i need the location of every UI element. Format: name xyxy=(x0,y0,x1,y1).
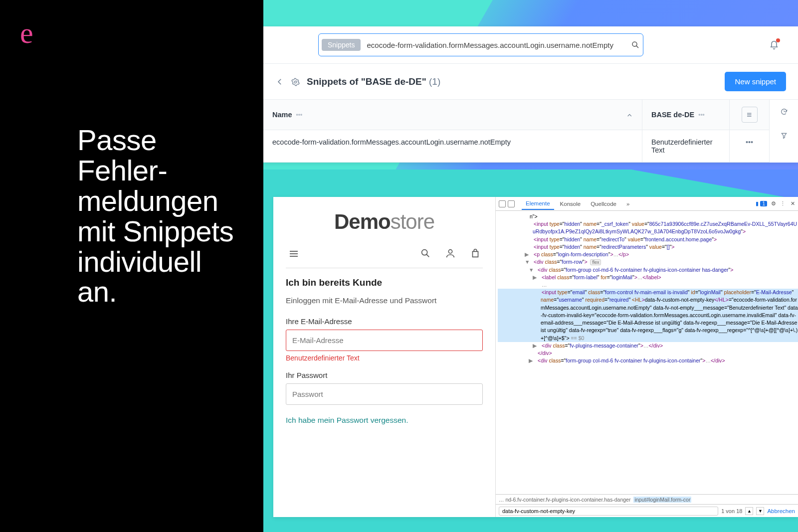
search-input[interactable] xyxy=(361,41,628,49)
devtools-tab-more[interactable]: » xyxy=(622,201,633,207)
devtools-tab-source[interactable]: Quellcode xyxy=(587,201,620,207)
svg-point-0 xyxy=(632,42,637,46)
store-logo: Demostore xyxy=(286,210,483,234)
devtools-search-count: 1 von 18 xyxy=(721,508,742,514)
email-field[interactable] xyxy=(286,330,483,351)
storefront-devtools-panel: Demostore Ich bin bereits Kunde Einlogge… xyxy=(273,197,798,517)
cart-icon[interactable] xyxy=(470,246,481,259)
logo: e xyxy=(20,16,243,50)
page-title: Snippets of "BASE de-DE" (1) xyxy=(307,76,440,87)
search-filter-tag[interactable]: Snippets xyxy=(322,39,361,51)
sort-asc-icon[interactable] xyxy=(626,111,633,119)
devtools-search-prev[interactable]: ▲ xyxy=(745,507,753,515)
devtools-panel: Elemente Konsole Quellcode » ▮ 1 ⚙ ⋮ ✕ n… xyxy=(495,197,798,517)
login-subheading: Einloggen mit E-Mail-Adresse und Passwor… xyxy=(286,296,483,305)
devtools-tab-elements[interactable]: Elemente xyxy=(522,200,554,210)
devtools-search-input[interactable] xyxy=(499,507,718,516)
column-header-base[interactable]: BASE de-DE ••• xyxy=(642,100,729,130)
user-icon[interactable] xyxy=(445,246,456,259)
cell-base: Benutzerdefinierter Text xyxy=(642,130,729,162)
gear-icon[interactable] xyxy=(291,77,300,87)
new-snippet-button[interactable]: New snippet xyxy=(725,72,786,91)
row-actions-icon[interactable]: ••• xyxy=(729,130,769,162)
page-title-text: Snippets of "BASE de-DE" xyxy=(307,76,429,87)
table-row[interactable]: ecocode-form-validation.formMessages.acc… xyxy=(263,130,769,163)
svg-point-2 xyxy=(294,81,296,83)
column-menu-icon[interactable]: ••• xyxy=(698,111,705,118)
list-settings-icon[interactable] xyxy=(742,107,758,123)
password-field[interactable] xyxy=(286,383,483,405)
devtools-close-icon[interactable]: ✕ xyxy=(791,200,795,207)
devtools-search-cancel[interactable]: Abbrechen xyxy=(767,508,795,514)
marketing-panel: e Passe Fehler-meldungen mit Snippets in… xyxy=(0,0,263,532)
cell-name: ecocode-form-validation.formMessages.acc… xyxy=(263,130,642,162)
filter-icon[interactable] xyxy=(780,131,788,140)
devtools-elements-tree[interactable]: n"><input type="hidden" name="_csrf_toke… xyxy=(496,211,798,494)
devtools-settings-icon[interactable]: ⚙ xyxy=(771,200,776,207)
refresh-icon[interactable] xyxy=(780,107,788,116)
storefront: Demostore Ich bin bereits Kunde Einlogge… xyxy=(273,197,495,517)
devtools-menu-icon[interactable]: ⋮ xyxy=(780,200,786,207)
column-menu-icon[interactable]: ••• xyxy=(296,111,303,118)
devtools-search-next[interactable]: ▼ xyxy=(756,507,764,515)
devtools-tab-console[interactable]: Konsole xyxy=(556,201,585,207)
page-title-count: (1) xyxy=(429,76,440,87)
svg-point-11 xyxy=(448,250,452,253)
forgot-password-link[interactable]: Ich habe mein Passwort vergessen. xyxy=(286,416,483,425)
device-icon[interactable] xyxy=(508,200,515,207)
search-icon[interactable] xyxy=(420,246,431,259)
search-bar[interactable]: Snippets xyxy=(318,33,643,56)
password-label: Ihr Passwort xyxy=(286,371,483,379)
bell-icon[interactable] xyxy=(769,39,779,51)
search-icon[interactable] xyxy=(628,40,643,49)
email-error-text: Benutzerdefinierter Text xyxy=(286,354,483,362)
devtools-issues-badge[interactable]: ▮ 1 xyxy=(756,200,767,207)
hamburger-icon[interactable] xyxy=(288,246,300,260)
column-header-name[interactable]: Name ••• xyxy=(263,100,642,130)
devtools-search-bar: 1 von 18 ▲ ▼ Abbrechen xyxy=(496,504,798,517)
inspect-icon[interactable] xyxy=(499,200,506,207)
devtools-breadcrumb[interactable]: … nd-6.fv-container.fv-plugins-icon-cont… xyxy=(496,494,798,504)
admin-snippets-panel: Snippets Snippets of "BA xyxy=(263,26,798,163)
svg-line-1 xyxy=(636,46,638,48)
login-heading: Ich bin bereits Kunde xyxy=(286,277,483,288)
headline: Passe Fehler-meldungen mit Snippets indi… xyxy=(77,125,243,307)
back-button[interactable] xyxy=(275,76,284,87)
screenshots-area: Snippets Snippets of "BA xyxy=(263,0,798,532)
svg-point-9 xyxy=(422,250,427,255)
svg-line-10 xyxy=(426,254,429,257)
email-label: Ihre E-Mail-Adresse xyxy=(286,317,483,326)
